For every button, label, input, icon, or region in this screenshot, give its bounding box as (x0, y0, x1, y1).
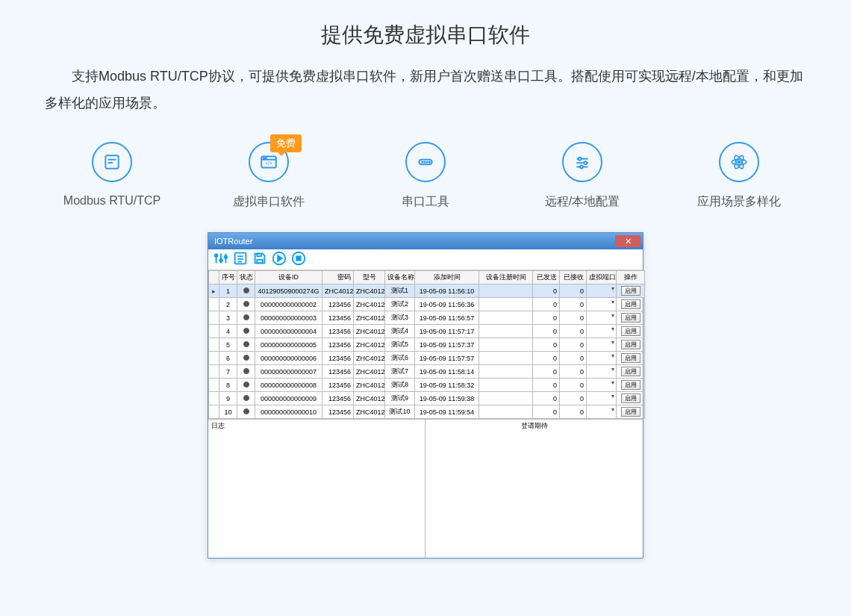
cell-model: ZHC4012 (354, 325, 385, 338)
svg-point-9 (422, 161, 423, 162)
page-description: 支持Modbus RTU/TCP协议，可提供免费虚拟串口软件，新用户首次赠送串口… (0, 63, 851, 131)
enable-button[interactable]: 启用 (621, 367, 640, 376)
cell-recv: 0 (560, 365, 587, 379)
cell-regtime (479, 379, 533, 392)
cell-name: 测试4 (385, 325, 415, 338)
list-icon[interactable] (232, 250, 249, 270)
device-table: 序号 状态 设备ID 密码 型号 设备名称 添加时间 设备注册时间 已发送 已接… (208, 270, 643, 419)
cell-recv: 0 (560, 311, 587, 325)
enable-button[interactable]: 启用 (621, 299, 640, 309)
cell-vport[interactable] (587, 338, 617, 352)
svg-rect-37 (296, 256, 301, 261)
cell-status (237, 284, 255, 298)
cell-pwd: 123456 (322, 325, 354, 338)
cell-devid: 000000000000007 (255, 365, 322, 379)
cell-time: 19-05-09 11:57:17 (415, 325, 479, 338)
cell-vport[interactable] (587, 284, 617, 298)
atom-icon (719, 142, 759, 182)
cell-model: ZHC4012 (354, 365, 385, 379)
cell-seq: 5 (219, 338, 237, 352)
cell-model: ZHC4012 (354, 379, 385, 392)
cell-seq: 9 (219, 392, 237, 405)
controls-icon[interactable] (213, 250, 229, 270)
play-icon[interactable] (271, 250, 287, 270)
table-row[interactable]: 9000000000000009123456ZHC4012测试919-05-09… (209, 392, 645, 405)
cell-model: ZHC4012 (354, 311, 385, 325)
cell-regtime (479, 405, 533, 419)
save-icon[interactable] (252, 250, 268, 270)
cell-vport[interactable] (587, 298, 617, 311)
cell-regtime (479, 365, 533, 379)
cell-recv: 0 (560, 352, 587, 365)
row-marker (209, 392, 219, 405)
cell-seq: 2 (219, 298, 237, 311)
enable-button[interactable]: 启用 (621, 340, 640, 349)
enable-button[interactable]: 启用 (621, 286, 640, 296)
titlebar[interactable]: IOTRouter ✕ (208, 233, 643, 249)
enable-button[interactable]: 启用 (621, 326, 640, 336)
table-row[interactable]: 2000000000000002123456ZHC4012测试219-05-09… (209, 298, 645, 311)
status-icon (243, 395, 249, 401)
stop-icon[interactable] (290, 250, 307, 270)
cell-op: 启用 (617, 352, 645, 365)
cell-name: 测试10 (385, 405, 415, 419)
col-time: 添加时间 (415, 271, 479, 284)
cell-op: 启用 (617, 338, 645, 352)
table-row[interactable]: ▸1401290509000274GZHC4012-NO.1ZHC4012测试1… (209, 284, 645, 298)
log-panel: 日志 (208, 420, 426, 558)
cell-vport[interactable] (587, 352, 617, 365)
free-badge: 免费 (270, 134, 302, 152)
table-row[interactable]: 7000000000000007123456ZHC4012测试719-05-09… (209, 365, 645, 379)
status-icon (243, 408, 249, 414)
row-marker (209, 365, 219, 379)
status-icon (243, 314, 249, 320)
cell-op: 启用 (617, 405, 645, 419)
cell-vport[interactable] (587, 365, 617, 379)
cell-vport[interactable] (587, 392, 617, 405)
enable-button[interactable]: 启用 (621, 380, 640, 390)
col-devid: 设备ID (255, 271, 322, 284)
cell-sent: 0 (533, 392, 560, 405)
close-icon[interactable]: ✕ (615, 235, 640, 247)
feature-label: 远程/本地配置 (545, 194, 620, 210)
cell-devid: 000000000000004 (255, 325, 322, 338)
svg-point-11 (427, 161, 428, 162)
row-marker (209, 325, 219, 338)
enable-button[interactable]: 启用 (621, 407, 640, 417)
table-row[interactable]: 5000000000000005123456ZHC4012测试519-05-09… (209, 338, 645, 352)
cell-op: 启用 (617, 325, 645, 338)
cell-pwd: 123456 (322, 311, 354, 325)
cell-op: 启用 (617, 365, 645, 379)
col-regtime: 设备注册时间 (479, 271, 533, 284)
cell-vport[interactable] (587, 311, 617, 325)
table-row[interactable]: 6000000000000006123456ZHC4012测试619-05-09… (209, 352, 645, 365)
cell-vport[interactable] (587, 379, 617, 392)
enable-button[interactable]: 启用 (621, 353, 640, 363)
log-area: 日志 登请期待 (208, 419, 643, 558)
cell-time: 19-05-09 11:56:36 (415, 298, 479, 311)
cell-sent: 0 (533, 325, 560, 338)
feature-config: 远程/本地配置 (523, 142, 642, 210)
cell-op: 启用 (617, 392, 645, 405)
cell-vport[interactable] (587, 325, 617, 338)
table-row[interactable]: 10000000000000010123456ZHC4012测试1019-05-… (209, 405, 645, 419)
feature-scenarios: 应用场景多样化 (679, 142, 799, 210)
cell-name: 测试8 (385, 379, 415, 392)
feature-modbus: Modbus RTU/TCP (52, 142, 172, 210)
cell-sent: 0 (533, 352, 560, 365)
table-row[interactable]: 8000000000000008123456ZHC4012测试819-05-09… (209, 379, 645, 392)
page-title: 提供免费虚拟串口软件 (0, 0, 851, 63)
cell-name: 测试2 (385, 298, 415, 311)
cell-status (237, 311, 255, 325)
svg-point-18 (580, 166, 583, 169)
cell-status (237, 392, 255, 405)
cell-vport[interactable] (587, 405, 617, 419)
table-row[interactable]: 4000000000000004123456ZHC4012测试419-05-09… (209, 325, 645, 338)
enable-button[interactable]: 启用 (621, 393, 640, 403)
cell-sent: 0 (533, 379, 560, 392)
row-marker (209, 352, 219, 365)
cell-name: 测试7 (385, 365, 415, 379)
cell-model: ZHC4012 (354, 405, 385, 419)
table-row[interactable]: 3000000000000003123456ZHC4012测试319-05-09… (209, 311, 645, 325)
enable-button[interactable]: 启用 (621, 313, 640, 323)
